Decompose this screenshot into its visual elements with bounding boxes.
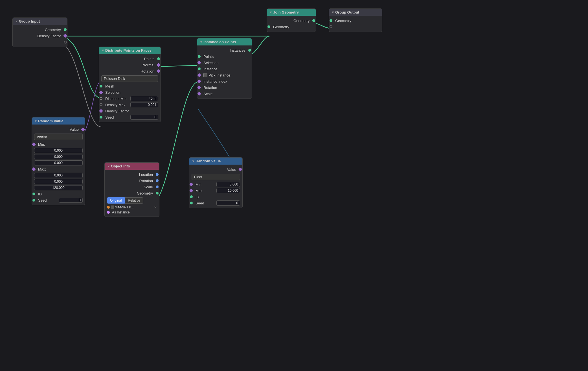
rotation-output-row: Rotation bbox=[99, 68, 161, 74]
relative-btn[interactable]: Relative bbox=[125, 197, 143, 204]
min-x-row[interactable]: 0.000 bbox=[32, 147, 85, 154]
points-out-socket[interactable] bbox=[157, 57, 160, 60]
dist-min-socket[interactable] bbox=[100, 97, 102, 100]
mode-dropdown[interactable]: Poisson Disk Random bbox=[101, 75, 158, 82]
seed-value[interactable]: 0 bbox=[130, 115, 158, 120]
seed-row: Seed 0 bbox=[99, 114, 161, 120]
geometry-label: Geometry bbox=[15, 28, 61, 32]
scale-in-socket[interactable] bbox=[197, 92, 201, 96]
id-socket[interactable] bbox=[32, 193, 35, 195]
geometry-out-socket[interactable] bbox=[312, 19, 315, 22]
group-input-body: Geometry Density Factor bbox=[13, 25, 67, 47]
density-factor-socket[interactable] bbox=[63, 34, 67, 38]
type2-dropdown-row[interactable]: Float Vector Integer Boolean bbox=[189, 173, 242, 181]
max-socket[interactable] bbox=[32, 167, 36, 171]
geometry-in-label: Geometry bbox=[273, 25, 313, 29]
max-z-field[interactable]: 120.000 bbox=[34, 185, 83, 190]
random-value-2-title: Random Value bbox=[196, 159, 221, 163]
instance-on-points-body: Instances Points Selection Instance Pick… bbox=[197, 45, 252, 99]
seed-socket[interactable] bbox=[32, 199, 35, 202]
min2-field-group: Min 8.000 bbox=[196, 182, 240, 187]
seed2-value[interactable]: 0 bbox=[216, 200, 240, 206]
seed-value[interactable]: 0 bbox=[59, 198, 83, 203]
scale-socket[interactable] bbox=[156, 186, 159, 188]
max-z-row[interactable]: 120.000 bbox=[32, 185, 85, 191]
group-input-title: Group Input bbox=[19, 19, 40, 23]
points-out-label: Points bbox=[101, 57, 154, 61]
min-y-row[interactable]: 0.000 bbox=[32, 154, 85, 160]
object-clear-button[interactable]: ✕ bbox=[154, 205, 157, 209]
rotation-in-socket[interactable] bbox=[197, 86, 201, 90]
max-x-row[interactable]: 0.000 bbox=[32, 172, 85, 178]
geometry-in2-row: Geometry bbox=[329, 18, 382, 24]
type2-dropdown[interactable]: Float Vector Integer Boolean bbox=[192, 174, 240, 180]
value-out-socket[interactable] bbox=[81, 127, 85, 131]
density-max-value[interactable]: 0.001 bbox=[130, 102, 158, 107]
id2-socket[interactable] bbox=[190, 195, 193, 198]
location-socket[interactable] bbox=[156, 173, 159, 176]
max2-row: Max 10.000 bbox=[189, 187, 242, 194]
instance-on-points-header: ∨ Instance on Points bbox=[197, 38, 252, 45]
pick-instance-socket[interactable] bbox=[197, 73, 201, 77]
mesh-socket[interactable] bbox=[100, 85, 102, 88]
geometry-in2-socket[interactable] bbox=[330, 19, 332, 22]
max-x-field[interactable]: 0.000 bbox=[34, 173, 83, 178]
geometry-obj-socket[interactable] bbox=[156, 192, 159, 195]
type-dropdown-row[interactable]: Vector Float Integer Boolean bbox=[32, 132, 85, 141]
geometry-socket[interactable] bbox=[64, 28, 67, 31]
min-socket[interactable] bbox=[32, 142, 36, 146]
points-in-socket[interactable] bbox=[198, 55, 201, 58]
max2-socket[interactable] bbox=[189, 189, 193, 193]
min2-row: Min 8.000 bbox=[189, 181, 242, 187]
scale-in-label: Scale bbox=[203, 92, 249, 96]
selection-in-socket[interactable] bbox=[197, 61, 201, 65]
distance-min-row: Distance Min 40 m bbox=[99, 95, 161, 102]
max2-label: Max bbox=[196, 189, 215, 193]
min-y-field[interactable]: 0.000 bbox=[34, 154, 83, 159]
dist-min-value[interactable]: 40 m bbox=[130, 96, 158, 101]
density-factor-input-row: Density Factor bbox=[99, 108, 161, 114]
density-factor-output-row: Density Factor bbox=[13, 33, 67, 39]
selection-socket[interactable] bbox=[99, 90, 103, 94]
min-z-field[interactable]: 0.000 bbox=[34, 160, 83, 165]
orange-dot-icon bbox=[107, 206, 110, 209]
min-x-field[interactable]: 0.000 bbox=[34, 148, 83, 153]
object-name[interactable]: tree-fir-1.0... bbox=[115, 205, 153, 209]
object-selector-row[interactable]: tree-fir-1.0... ✕ bbox=[105, 205, 159, 210]
rotation-socket[interactable] bbox=[156, 179, 159, 182]
distribute-points-title: Distribute Points on Faces bbox=[105, 48, 152, 53]
min-z-row[interactable]: 0.000 bbox=[32, 160, 85, 166]
instance-index-socket[interactable] bbox=[197, 79, 201, 83]
seed-socket[interactable] bbox=[100, 116, 102, 119]
density-factor-in-socket[interactable] bbox=[99, 109, 103, 113]
seed2-socket[interactable] bbox=[190, 202, 193, 204]
chevron-icon: ∨ bbox=[107, 165, 109, 168]
object-info-body: Location Rotation Scale Geometry Origina… bbox=[105, 170, 159, 217]
distribute-points-body: Points Normal Rotation Poisson Disk Rand… bbox=[99, 54, 161, 122]
mode-dropdown-row[interactable]: Poisson Disk Random bbox=[99, 74, 161, 83]
random-value-2-node: ∨ Random Value Value Float Vector Intege… bbox=[189, 157, 243, 208]
instances-socket[interactable] bbox=[248, 49, 251, 52]
object-info-header: ∨ Object Info bbox=[105, 163, 159, 170]
max-y-field[interactable]: 0.000 bbox=[34, 179, 83, 184]
random-value-1-node: ∨ Random Value Value Vector Float Intege… bbox=[32, 117, 85, 205]
dist-min-label: Distance Min bbox=[105, 97, 129, 101]
rotation-out-socket[interactable] bbox=[157, 69, 161, 73]
density-max-socket[interactable] bbox=[100, 103, 102, 106]
geometry-in-socket[interactable] bbox=[267, 25, 270, 28]
instance-in-socket[interactable] bbox=[198, 67, 201, 70]
mesh-input-row: Mesh bbox=[99, 83, 161, 89]
dist-min-field-group: Distance Min 40 m bbox=[105, 96, 158, 101]
max-y-row[interactable]: 0.000 bbox=[32, 178, 85, 185]
object-thumbnail-icon bbox=[111, 206, 114, 209]
instance-index-row: Instance Index bbox=[197, 78, 252, 84]
min2-value[interactable]: 8.000 bbox=[216, 182, 240, 187]
normal-socket[interactable] bbox=[157, 63, 161, 67]
type-dropdown[interactable]: Vector Float Integer Boolean bbox=[34, 134, 83, 140]
rotation-out-row: Rotation bbox=[105, 178, 159, 184]
min2-socket[interactable] bbox=[189, 182, 193, 186]
max2-value[interactable]: 10.000 bbox=[216, 188, 240, 193]
seed-field-group: Seed 0 bbox=[105, 115, 158, 120]
value2-out-socket[interactable] bbox=[238, 167, 242, 171]
original-btn[interactable]: Original bbox=[107, 197, 125, 204]
